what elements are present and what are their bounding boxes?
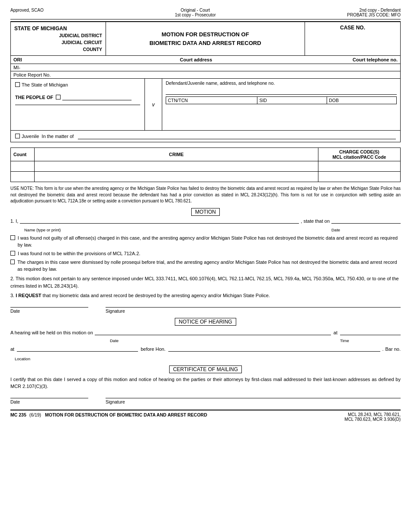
- cert-title: CERTIFICATE OF MAILING: [10, 366, 401, 372]
- copies-line2: 1st copy - Prosecutor: [44, 13, 347, 17]
- probate-info: 2nd copy - Defendant PROBATE JIS CODE: M…: [347, 8, 401, 17]
- hearing-time-field[interactable]: [340, 329, 401, 335]
- court-telephone-label: Court telephone no.: [353, 57, 398, 62]
- state-mich-checkbox[interactable]: [15, 82, 20, 87]
- checkbox-item-3: The charges in this case were dismissed …: [10, 259, 401, 273]
- hearing-date-field[interactable]: [95, 329, 331, 335]
- motion-section: MOTION 1. I, , state that on Name (type …: [10, 209, 401, 314]
- plaintiff-block: The State of Michigan THE PEOPLE OF: [11, 79, 145, 130]
- footer-title: MOTION FOR DESTRUCTION OF BIOMETRIC DATA…: [45, 412, 207, 417]
- location-field[interactable]: [17, 346, 138, 352]
- item1-name-row: 1. I, , state that on: [10, 218, 401, 224]
- form-version: (6/19): [29, 412, 41, 417]
- date-sublabel: Date: [331, 228, 340, 232]
- item1-name-field[interactable]: [20, 218, 299, 224]
- ori-row: ORI Court address Court telephone no.: [10, 56, 401, 64]
- item3-text: that my biometric data and arrest record…: [43, 293, 270, 298]
- charge-cell-2: [318, 172, 401, 182]
- probate-line1: 2nd copy - Defendant: [347, 8, 401, 13]
- charge-line2: MCL citation/PACC Code: [321, 154, 398, 160]
- use-note: USE NOTE: This form is for use when the …: [10, 186, 401, 205]
- motion-signature-block: Signature: [106, 307, 401, 314]
- motion-title-heading: MOTION: [10, 209, 401, 215]
- dob-label: DOB: [327, 96, 397, 104]
- judicial-circuit: JUDICIAL CIRCUIT: [14, 39, 102, 46]
- motion-sig-row: Date Signature: [10, 307, 401, 314]
- hearing-row: A hearing will be held on this motion on…: [10, 329, 401, 335]
- notice-title: NOTICE OF HEARING: [10, 319, 401, 325]
- state-name: STATE OF MICHIGAN: [14, 25, 102, 32]
- motion-date-line: Date: [10, 307, 88, 314]
- location-sublabels: Location: [10, 356, 401, 361]
- col-crime: CRIME: [35, 148, 318, 161]
- hearing-text: A hearing will be held on this motion on: [10, 330, 93, 335]
- cert-signature-block: Signature: [106, 398, 401, 404]
- footer-bar: MC 235 (6/19) MOTION FOR DESTRUCTION OF …: [10, 410, 401, 422]
- cert-sig-label: Signature: [106, 399, 125, 404]
- checkbox-3[interactable]: [10, 260, 15, 264]
- juvenile-label: Juvenile: [22, 134, 39, 139]
- table-row: [11, 161, 401, 172]
- motion-sig-label: Signature: [106, 308, 125, 314]
- ctn-label: CTN/TCN: [166, 96, 257, 104]
- copies-info: Original - Court 1st copy - Prosecutor: [44, 8, 347, 17]
- count-cell-1: [11, 161, 35, 172]
- checkbox-2[interactable]: [10, 251, 15, 256]
- v-label: v: [152, 102, 155, 108]
- approved-label: Approved, SCAO: [10, 8, 44, 13]
- charge-cell-1: [318, 161, 401, 172]
- item1-sublabels: Name (type or print) Date: [10, 227, 401, 232]
- item1-date-field[interactable]: [331, 218, 401, 224]
- item2-text: 2. This motion does not pertain to any s…: [10, 276, 399, 288]
- cert-sig-line: Signature: [106, 398, 401, 404]
- crime-table-header-row: Count CRIME CHARGE CODE(S) MCL citation/…: [11, 148, 401, 161]
- checkbox-label-2: I was found not to be within the provisi…: [18, 250, 140, 257]
- charge-line1: CHARGE CODE(S): [321, 149, 398, 154]
- v-separator: v: [145, 79, 162, 130]
- location-label: Location: [15, 356, 30, 361]
- hearing-date-label: Date: [110, 338, 119, 343]
- ctn-row: CTN/TCN SID DOB: [166, 96, 397, 104]
- hearing-time-label: Time: [340, 338, 349, 343]
- people-of-checkbox[interactable]: [56, 95, 61, 99]
- cert-sig-row: Date Signature: [10, 398, 401, 404]
- hon-field[interactable]: [168, 346, 381, 352]
- cert-date-block: Date: [10, 398, 88, 404]
- court-address-label: Court address: [39, 57, 353, 62]
- count-cell-2: [11, 172, 35, 182]
- checkbox-item-2: I was found not to be within the provisi…: [10, 250, 401, 257]
- footer-left: MC 235 (6/19) MOTION FOR DESTRUCTION OF …: [10, 412, 207, 417]
- cert-title-box: CERTIFICATE OF MAILING: [169, 365, 242, 373]
- crime-cell-1: [35, 161, 318, 172]
- hearing-at: at: [334, 330, 337, 335]
- people-of-field[interactable]: [62, 94, 132, 100]
- cert-date-label: Date: [10, 399, 20, 404]
- motion-sig-line: Signature: [106, 307, 401, 314]
- checkbox-1[interactable]: [10, 235, 15, 240]
- police-report-label: Police Report No.: [13, 72, 51, 77]
- juvenile-checkbox[interactable]: [15, 134, 20, 138]
- motion-date-label: Date: [10, 308, 20, 314]
- mi-prefix: MI-: [13, 65, 20, 70]
- motion-title-line2: BIOMETRIC DATA AND ARREST RECORD: [149, 39, 261, 48]
- footer-citations1: MCL 28.243, MCL 780.621,: [344, 412, 401, 417]
- judicial-district: JUDICIAL DISTRICT: [14, 32, 102, 39]
- ori-label: ORI: [13, 57, 39, 62]
- item3-row: 3. I REQUEST that my biometric data and …: [10, 292, 401, 299]
- sid-label: SID: [257, 96, 327, 104]
- form-number: MC 235: [10, 412, 26, 417]
- location-row: at before Hon. . Bar no.: [10, 346, 401, 352]
- footer-right: MCL 28.243, MCL 780.621, MCL 780.623, MC…: [344, 412, 401, 422]
- motion-title-line1: MOTION FOR DESTRUCTION OF: [149, 30, 261, 39]
- juvenile-name-line: [78, 133, 396, 139]
- item3-bold: I REQUEST: [16, 293, 41, 298]
- footer-citations2: MCL 780.623, MCR 3.936(D): [344, 417, 401, 422]
- item1-comma: , state that on: [301, 218, 330, 224]
- mi-row: MI-: [10, 64, 401, 71]
- people-of-label: THE PEOPLE OF: [15, 95, 53, 100]
- copies-line1: Original - Court: [44, 8, 347, 13]
- motion-title-box: MOTION: [191, 208, 220, 216]
- defendant-label: Defendant/Juvenile name, address, and te…: [166, 80, 397, 95]
- table-row: [11, 172, 401, 182]
- item3-prefix: 3.: [10, 293, 14, 298]
